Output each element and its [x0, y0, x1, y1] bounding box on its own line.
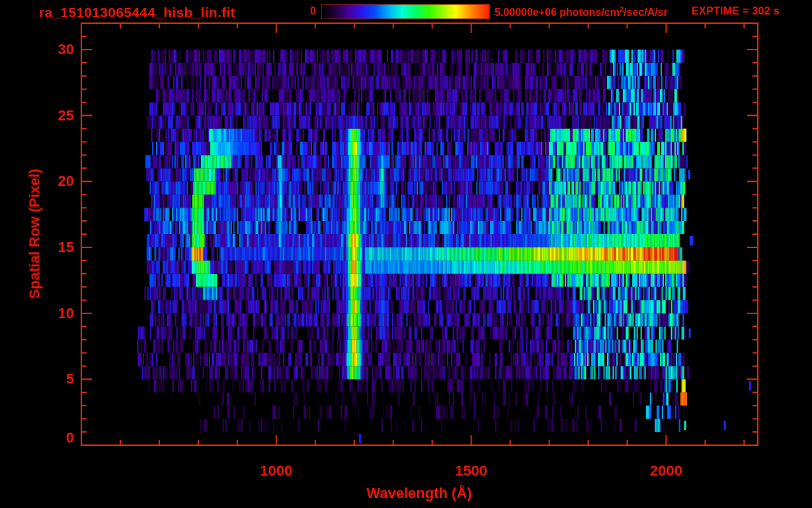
exptime-label: EXPTIME = 302 s	[692, 5, 780, 17]
y-tick-label: 10	[32, 305, 74, 322]
colorbar-min-label: 0	[276, 5, 316, 17]
file-title: ra_151013065444_hisb_lin.fit	[39, 5, 235, 21]
y-tick-label: 25	[32, 107, 74, 124]
x-tick-label: 2000	[636, 462, 696, 480]
colorbar-max-units: /sec/A/sr	[624, 7, 668, 18]
y-tick-label: 30	[32, 41, 74, 58]
y-tick-label: 5	[32, 370, 74, 388]
x-axis-label: Wavelength (Å)	[320, 485, 518, 502]
colorbar-max-value: 5.00000e+06 photons/cm	[495, 7, 620, 18]
x-tick-label: 1000	[247, 462, 306, 480]
spectrogram-viewer: { "header": { "title": "ra_151013065444_…	[0, 0, 812, 508]
colorbar-gradient	[321, 4, 490, 19]
x-tick-label: 1500	[442, 462, 501, 480]
y-tick-label: 20	[32, 173, 74, 190]
spectrum-heatmap-canvas	[0, 0, 812, 508]
y-tick-label: 0	[32, 429, 74, 446]
y-axis-label: Spatial Row (Pixel)	[26, 102, 44, 366]
colorbar-max-label: 5.00000e+06 photons/cm2/sec/A/sr	[495, 5, 668, 19]
y-tick-label: 15	[32, 239, 74, 256]
